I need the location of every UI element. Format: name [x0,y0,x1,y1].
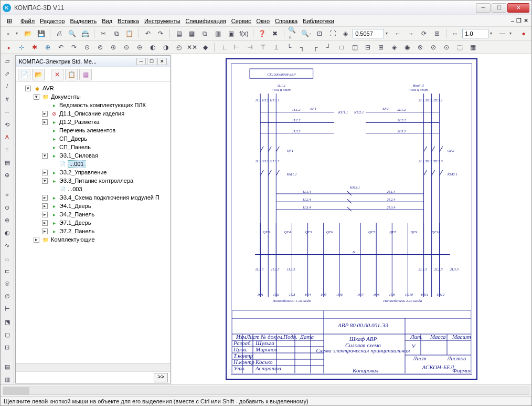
snap4-icon[interactable]: ⊕ [42,41,54,53]
panel-open-icon[interactable]: 📂 [32,69,45,80]
props-icon[interactable]: ▤ [173,28,185,39]
pan-left-icon[interactable]: ← [392,28,403,39]
panel-new-icon[interactable]: 📄 [18,69,30,80]
tree-schema-6[interactable]: ▸▸Э4.2_Панель [42,210,169,218]
dim-icon[interactable]: ↔ [449,28,461,39]
tree-root[interactable]: ▾◆AVR [25,84,169,92]
e15-icon[interactable]: ◉ [401,41,413,53]
menu-file[interactable]: Файл [20,18,35,24]
vt22-icon[interactable]: ▢ [2,330,13,339]
stop-icon[interactable]: ✖ [270,28,281,39]
cascade-icon[interactable]: ⧉ [199,28,211,39]
xx-icon[interactable]: ✕✕ [186,41,198,53]
copy-icon[interactable]: ⧉ [111,28,122,39]
project-tree[interactable]: ▾◆AVR ▾📁Документы ▸Ведомость комплектующ… [16,82,170,363]
zoom-window-icon[interactable]: ⊡ [314,28,325,39]
e13-icon[interactable]: ⊞ [375,41,387,53]
tree-doc-2[interactable]: ▸▸Д1.2_Разметка [42,118,169,126]
e10-icon[interactable]: □ [336,41,347,53]
cut-icon[interactable]: ✂ [98,28,109,39]
tree-components[interactable]: ▸📁Комплектующие [34,235,169,244]
panel-del-icon[interactable]: ✕ [51,69,63,80]
vt9-icon[interactable]: ▤ [2,158,13,168]
vt2-icon[interactable]: ⬀ [2,69,13,78]
vt5-icon[interactable]: ↔ [2,107,13,117]
s11-icon[interactable]: ◑ [160,41,172,53]
scale-value[interactable]: 1.0 [462,29,488,38]
s10-icon[interactable]: ◐ [147,41,158,53]
menu-window[interactable]: Окно [256,18,270,24]
vt8-icon[interactable]: ≡ [2,145,13,154]
tree-doc-3[interactable]: ▸Перечень элементов [42,126,169,134]
e18-icon[interactable]: ⊙ [441,41,452,53]
vt15-icon[interactable]: ∿ [2,241,13,251]
style-icon[interactable]: — [497,28,508,39]
s14-icon[interactable]: ◆ [199,41,211,53]
tree-doc-0[interactable]: ▸Ведомость комплектующих ПЛК [42,101,169,109]
vt21-icon[interactable]: ⬔ [2,317,13,327]
panel-max-icon[interactable]: ☐ [147,58,156,65]
paste-icon[interactable]: 📋 [124,28,135,39]
grid-icon[interactable]: ⊞ [431,28,443,39]
vt18-icon[interactable]: ⦾ [2,279,13,288]
new-icon[interactable]: ▫ [3,28,14,39]
panel-min-icon[interactable]: ─ [136,58,146,65]
s5-icon[interactable]: ⊙ [81,41,93,53]
fx-icon[interactable]: f(x) [238,28,250,39]
vt24-icon[interactable]: ▤ [2,362,13,372]
menu-view[interactable]: Вид [102,18,112,24]
help-icon[interactable]: ❓ [257,28,268,39]
e20-icon[interactable]: ▦ [467,41,478,53]
print2-icon[interactable]: 📇 [80,28,91,39]
e2-icon[interactable]: ⊢ [231,41,242,53]
e8-icon[interactable]: ┌ [310,41,321,53]
panel-more-button[interactable]: >> [154,373,168,382]
e4-icon[interactable]: ⊤ [257,41,269,53]
drawing-canvas[interactable]: CE100000008 dBP 1L1.1 ~50Гц 380В Ввод II… [172,54,531,384]
e14-icon[interactable]: ◈ [388,41,400,53]
vt7-icon[interactable]: A [2,132,13,142]
pan-right-icon[interactable]: → [405,28,417,39]
canvas-hscroll[interactable] [1,384,531,396]
tree-doc-4[interactable]: ▸СП_Дверь [42,134,169,143]
vt10-icon[interactable]: ⊕ [2,171,13,180]
vt23-icon[interactable]: ⊡ [2,342,13,352]
tile-icon[interactable]: ▥ [212,28,224,39]
vt13-icon[interactable]: ⊚ [2,215,13,225]
menu-tools[interactable]: Инструменты [144,18,180,24]
mdi-close[interactable]: ✕ [524,17,528,24]
tree-schema-5[interactable]: ▸▸Э4.1_Дверь [42,202,169,210]
tree-sheet-003[interactable]: 📄...003 [50,185,169,193]
e1-icon[interactable]: ⟂ [218,41,229,53]
tree-schema-8[interactable]: ▸▸Э7.2_Панель [42,227,169,235]
menu-select[interactable]: Выделить [70,18,97,24]
s6-icon[interactable]: ⊚ [94,41,106,53]
menu-libs[interactable]: Библиотеки [303,18,334,24]
refresh-icon[interactable]: ⟳ [418,28,430,39]
libs-icon[interactable]: ▣ [225,28,237,39]
zoom-in-icon[interactable]: 🔍+ [288,28,299,39]
menu-help[interactable]: Справка [275,18,297,24]
zoom-fit-icon[interactable]: ⛶ [327,28,338,39]
zoom-out-icon[interactable]: 🔍- [301,28,312,39]
close-button[interactable]: ✕ [507,3,529,13]
undo-icon[interactable]: ↶ [142,28,154,39]
mdi-restore[interactable]: ❐ [516,17,522,24]
preview-icon[interactable]: 🔍 [67,28,78,39]
s8-icon[interactable]: ⊜ [121,41,132,53]
vt3-icon[interactable]: / [2,81,13,91]
open-icon[interactable]: 📂 [23,28,34,39]
layers-icon[interactable]: ▦ [186,28,198,39]
tree-schema-4[interactable]: ▸▸Э3.4_Схема подключения модулей П [42,193,169,202]
tree-doc-1[interactable]: ▸⊘Д1.1_Описание изделия [42,109,169,118]
vt12-icon[interactable]: ⊙ [2,203,13,212]
s9-icon[interactable]: ⊝ [134,41,145,53]
snap2-icon[interactable]: ⊹ [16,41,27,53]
e19-icon[interactable]: ⬚ [454,41,465,53]
vt19-icon[interactable]: ∅ [2,292,13,301]
e9-icon[interactable]: ┘ [323,41,334,53]
tree-schema-2[interactable]: ▸▸Э3.2_Управление [42,168,169,176]
vt1-icon[interactable]: ▱ [2,56,13,66]
e11-icon[interactable]: ◫ [349,41,360,53]
vt14-icon[interactable]: ◐ [2,228,13,238]
